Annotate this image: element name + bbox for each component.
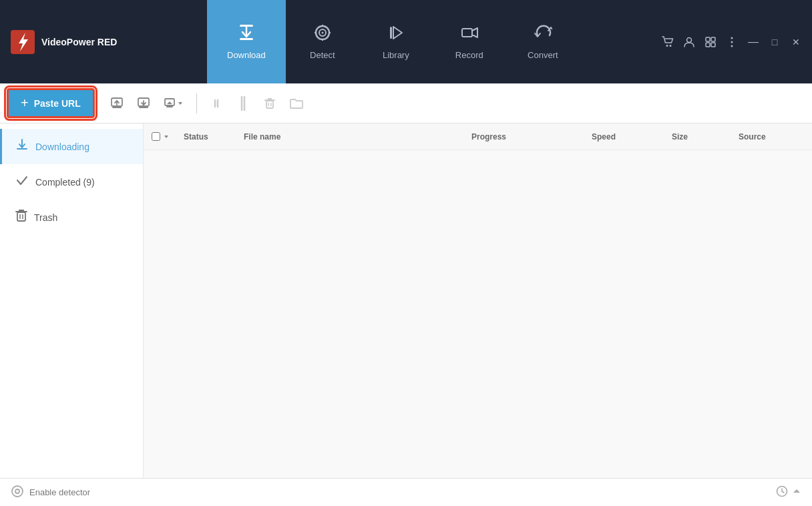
sidebar: Downloading Completed (9) Trash [0,123,144,478]
trash-icon [15,209,27,226]
pause-all-button[interactable] [205,92,228,115]
more-options-icon[interactable] [724,34,740,50]
plus-icon: + [21,95,29,111]
col-header-status: Status [177,132,237,142]
tab-library-label: Library [383,50,409,60]
maximize-button[interactable]: □ [767,34,783,50]
table-area: Status File name Progress Speed Size Sou… [144,123,812,478]
sidebar-downloading-label: Downloading [35,142,89,152]
svg-rect-12 [390,27,392,39]
svg-rect-21 [711,43,715,47]
svg-rect-19 [711,37,715,41]
svg-point-6 [321,32,323,34]
minimize-button[interactable]: — [745,34,761,50]
tab-record[interactable]: Record [433,0,506,83]
library-tab-icon [387,23,405,46]
app-title: VideoPower RED [41,37,117,47]
status-bar: Enable detector [0,478,812,506]
detect-tab-icon [313,23,332,46]
toolbar-divider-1 [196,93,197,113]
upload-file-button[interactable] [106,92,128,115]
col-header-speed: Speed [585,132,665,142]
record-tab-icon [460,23,479,46]
svg-marker-38 [164,136,168,138]
svg-rect-13 [462,29,472,37]
svg-point-39 [12,486,23,497]
tab-detect[interactable]: Detect [286,0,359,83]
svg-point-23 [731,41,733,43]
close-button[interactable]: ✕ [788,34,804,50]
svg-point-16 [670,45,672,47]
downloading-icon [15,138,29,155]
table-select-all[interactable] [144,132,177,141]
open-folder-button[interactable] [285,92,308,115]
svg-rect-35 [17,212,25,221]
status-bar-right [776,485,801,500]
tab-download[interactable]: Download [207,0,286,83]
nav-tabs: Download Detect [207,0,660,83]
sidebar-completed-label: Completed (9) [35,177,95,188]
convert-tab-icon [534,23,552,46]
clock-icon [776,485,788,500]
svg-point-40 [15,489,19,493]
svg-marker-14 [472,28,477,37]
tab-download-label: Download [227,50,266,60]
svg-rect-18 [706,37,710,41]
svg-marker-29 [178,102,182,105]
table-body [144,150,812,478]
col-header-source: Source [732,132,812,142]
col-header-size: Size [665,132,732,142]
chevron-up-icon[interactable] [792,487,801,499]
svg-rect-20 [706,43,710,47]
tab-convert[interactable]: Convert [506,0,580,83]
table-header: Status File name Progress Speed Size Sou… [144,123,812,150]
col-header-filename: File name [237,132,465,142]
svg-rect-32 [266,101,273,108]
col-header-progress: Progress [465,132,585,142]
svg-rect-2 [240,25,253,27]
download-file-button[interactable] [132,92,155,115]
sidebar-item-completed[interactable]: Completed (9) [0,164,143,200]
svg-marker-42 [793,489,800,493]
svg-point-15 [666,45,668,47]
main-content: Downloading Completed (9) Trash Status [0,123,812,478]
tab-detect-label: Detect [310,50,335,60]
enable-detector-area[interactable]: Enable detector [11,485,90,500]
logo-area: VideoPower RED [0,30,207,54]
new-download-dropdown-button[interactable] [159,92,188,115]
svg-point-24 [731,45,733,47]
toolbar: + Paste URL [0,83,812,123]
select-all-checkbox[interactable] [152,132,160,141]
completed-icon [15,174,29,190]
svg-marker-28 [167,101,172,104]
download-tab-icon [237,23,256,46]
svg-rect-3 [240,38,253,40]
stop-button[interactable] [232,92,254,115]
tab-library[interactable]: Library [359,0,433,83]
tab-record-label: Record [455,50,483,60]
account-icon[interactable] [681,34,697,50]
title-bar: VideoPower RED Download [0,0,812,83]
svg-point-22 [731,37,733,39]
paste-url-label: Paste URL [34,98,81,109]
detector-circle-icon [11,485,24,500]
grid-icon[interactable] [702,34,719,50]
tab-convert-label: Convert [528,50,558,60]
paste-url-button[interactable]: + Paste URL [7,88,95,118]
delete-button[interactable] [258,92,281,115]
cart-icon[interactable] [660,34,676,50]
sidebar-item-downloading[interactable]: Downloading [0,129,143,164]
sidebar-trash-label: Trash [34,212,57,223]
svg-marker-11 [393,27,402,39]
svg-point-17 [687,37,692,42]
sidebar-item-trash[interactable]: Trash [0,200,143,235]
enable-detector-label: Enable detector [29,487,90,497]
window-controls: — □ ✕ [660,34,812,50]
app-logo-icon [11,30,35,54]
